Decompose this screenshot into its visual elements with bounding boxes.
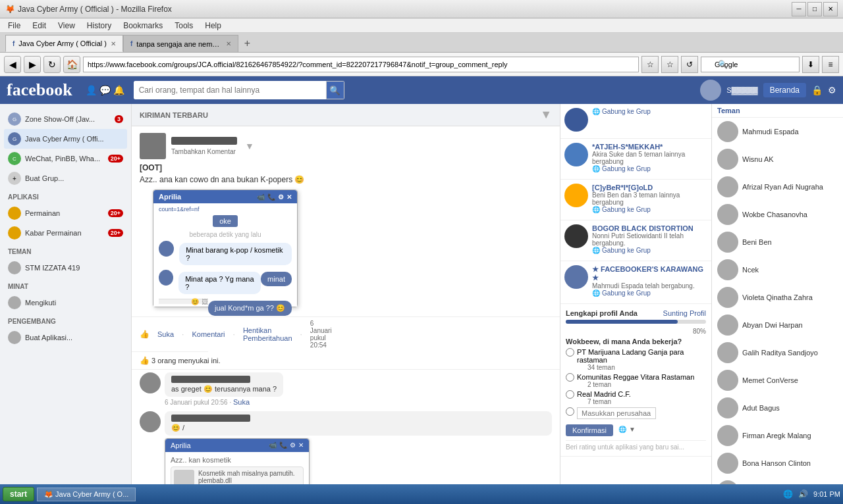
post-dropdown[interactable]: ▼ <box>245 141 254 151</box>
taskbar-firefox[interactable]: 🦊 Java Cyber Army ( O... <box>37 488 136 501</box>
sidebar-item-create-group[interactable]: + Buat Grup... <box>4 168 127 188</box>
popup-gear-icon[interactable]: ⚙ <box>290 441 296 449</box>
sidebar-item-mengikuti[interactable]: Mengikuti <box>4 293 127 313</box>
start-button[interactable]: start <box>3 487 34 501</box>
tab-close-2[interactable]: ✕ <box>226 40 231 47</box>
friend-ncek[interactable]: Ncek <box>712 256 843 284</box>
collapse-button[interactable]: ▼ <box>540 108 552 122</box>
menu-edit[interactable]: Edit <box>27 20 51 32</box>
rside-name-cyber-gold[interactable]: [C]yBeR*I*[G]oLD <box>592 184 707 191</box>
create-app-icon <box>8 331 21 344</box>
minimize-button[interactable]: ─ <box>792 2 806 16</box>
fb-search-button[interactable]: 🔍 <box>326 81 344 99</box>
menu-bookmarks[interactable]: Bookmarks <box>118 20 168 32</box>
menu-view[interactable]: View <box>53 20 80 32</box>
fb-logo[interactable]: facebook <box>7 80 72 100</box>
friend-afrizal[interactable]: Afrizal Ryan Adi Nugraha <box>712 173 843 201</box>
reload-btn[interactable]: ↺ <box>681 56 698 73</box>
sidebar-item-wechat[interactable]: C WeChat, PinBB, Wha... 20+ <box>4 149 127 168</box>
fb-messages-icon[interactable]: 💬 <box>99 85 111 95</box>
friend-avatar-adut <box>717 397 738 418</box>
menu-file[interactable]: File <box>3 20 26 32</box>
bookmark-star2[interactable]: ☆ <box>661 56 678 73</box>
menu-help[interactable]: Help <box>200 20 227 32</box>
chat-phone-icon[interactable]: 📞 <box>267 193 275 201</box>
fb-user-avatar[interactable] <box>700 80 721 101</box>
fb-beranda-btn[interactable]: Beranda <box>763 83 806 97</box>
close-button[interactable]: ✕ <box>823 2 838 16</box>
forward-button[interactable]: ▶ <box>24 56 41 73</box>
friend-wisnu[interactable]: Wisnu AK <box>712 145 843 173</box>
friend-adut[interactable]: Adut Bagus <box>712 394 843 422</box>
friend-firman[interactable]: Firman Aregk Malang <box>712 422 843 449</box>
tab-close-1[interactable]: ✕ <box>111 40 116 47</box>
url-bar[interactable] <box>83 57 639 72</box>
rside-gabung-0[interactable]: 🌐 Gabung ke Grup <box>592 108 651 115</box>
friend-avatar-beni <box>717 232 738 253</box>
radio-3-text-input[interactable] <box>577 407 656 419</box>
rside-gabung-karawang[interactable]: 🌐 Gabung ke Grup <box>592 290 707 297</box>
back-button[interactable]: ◀ <box>4 56 21 73</box>
refresh-button[interactable]: ↻ <box>43 56 61 73</box>
popup-video-icon[interactable]: 📹 <box>269 441 277 449</box>
friend-wokbe[interactable]: Wokbe Chasanovha <box>712 201 843 228</box>
sidebar-item-create-app[interactable]: Buat Aplikasi... <box>4 328 127 347</box>
rside-gabung-cyber-gold[interactable]: 🌐 Gabung ke Grup <box>592 206 707 213</box>
new-tab-button[interactable]: + <box>238 35 256 52</box>
rside-gabung-bogor[interactable]: 🌐 Gabung ke Grup <box>592 247 707 254</box>
sidebar-item-games[interactable]: Permainan 20+ <box>4 203 127 223</box>
rside-name-atjeh[interactable]: *ATJEH-S*MEKKAH* <box>592 143 707 151</box>
radio-3-input[interactable] <box>566 407 574 416</box>
menu-tools[interactable]: Tools <box>169 20 198 32</box>
confirm-button[interactable]: Konfirmasi <box>566 424 613 436</box>
sidebar-item-zone-showoff[interactable]: G Zone Show-Off (Jav... 3 <box>4 109 127 129</box>
rside-info-atjeh: *ATJEH-S*MEKKAH* Akira Suke dan 5 teman … <box>592 143 707 172</box>
fb-lock-icon[interactable]: 🔒 <box>811 85 823 95</box>
comment-action[interactable]: Komentari <box>192 330 225 338</box>
chat-emoji-icon[interactable]: 😊 <box>191 298 199 305</box>
friend-beni[interactable]: Beni Ben <box>712 228 843 256</box>
friend-memet[interactable]: Memet ConVerse <box>712 366 843 394</box>
popup-phone-icon[interactable]: 📞 <box>279 441 287 449</box>
friend-bona[interactable]: Bona Hanson Clinton <box>712 449 843 477</box>
stop-notification-action[interactable]: Hentikan Pemberitahuan <box>243 326 292 342</box>
friend-abyan[interactable]: Abyan Dwi Harpan <box>712 311 843 339</box>
tab-java-cyber-army[interactable]: f Java Cyber Army ( Official ) ✕ <box>5 35 123 52</box>
privacy-dropdown[interactable]: ▼ <box>629 426 636 433</box>
chat-video-icon[interactable]: 📹 <box>257 193 265 201</box>
radio-2-input[interactable] <box>566 390 574 399</box>
friend-violeta[interactable]: Violeta Qinatha Zahra <box>712 284 843 311</box>
like-action[interactable]: Suka <box>157 330 174 338</box>
chat-gear-icon[interactable]: ⚙ <box>278 193 284 201</box>
chat-close-icon[interactable]: ✕ <box>286 193 292 201</box>
home-button[interactable]: 🏠 <box>63 56 80 73</box>
browser-search-input[interactable] <box>701 57 800 72</box>
rside-gabung-atjeh[interactable]: 🌐 Gabung ke Grup <box>592 165 707 172</box>
maximize-button[interactable]: □ <box>807 2 822 16</box>
radio-0-input[interactable] <box>566 348 574 357</box>
profile-percent: 80% <box>566 328 706 335</box>
chat-ok-button[interactable]: oke <box>213 215 238 227</box>
popup-close-icon[interactable]: ✕ <box>298 441 304 449</box>
chat-image-icon[interactable]: 🖼 <box>202 298 208 305</box>
bookmark-star[interactable]: ☆ <box>641 56 659 73</box>
systray-network-icon: 🌐 <box>783 490 793 499</box>
radio-1-input[interactable] <box>566 373 574 382</box>
fb-notifications-icon[interactable]: 🔔 <box>113 85 124 95</box>
fb-gear-icon[interactable]: ⚙ <box>828 85 836 95</box>
downloads-button[interactable]: ⬇ <box>802 56 819 73</box>
settings-button[interactable]: ≡ <box>822 56 839 73</box>
sidebar-item-java-cyber[interactable]: G Java Cyber Army ( Offi... <box>4 129 127 149</box>
sidebar-item-game-news[interactable]: Kabar Permainan 20+ <box>4 223 127 243</box>
friend-mahmudi[interactable]: Mahmudi Espada <box>712 118 843 145</box>
profile-edit-link[interactable]: Sunting Profil <box>663 309 706 317</box>
comment-1-like[interactable]: Suka <box>233 398 250 406</box>
rside-name-karawang[interactable]: ★ FACEBOOKER'S KARAWANG ★ <box>592 265 707 282</box>
menu-history[interactable]: History <box>82 20 117 32</box>
tab-tanpa-sengaja[interactable]: f tanpa sengaja ane nemu neginian di pes… <box>123 35 238 52</box>
sidebar-item-stm-izzata[interactable]: STM IZZATA 419 <box>4 258 127 278</box>
fb-search-input[interactable] <box>134 81 326 99</box>
fb-friends-icon[interactable]: 👤 <box>86 85 97 95</box>
friend-galih[interactable]: Galih Raditya Sandjoyo <box>712 339 843 366</box>
rside-name-bogor[interactable]: BOGOR BLACK DISTORTION <box>592 224 707 232</box>
